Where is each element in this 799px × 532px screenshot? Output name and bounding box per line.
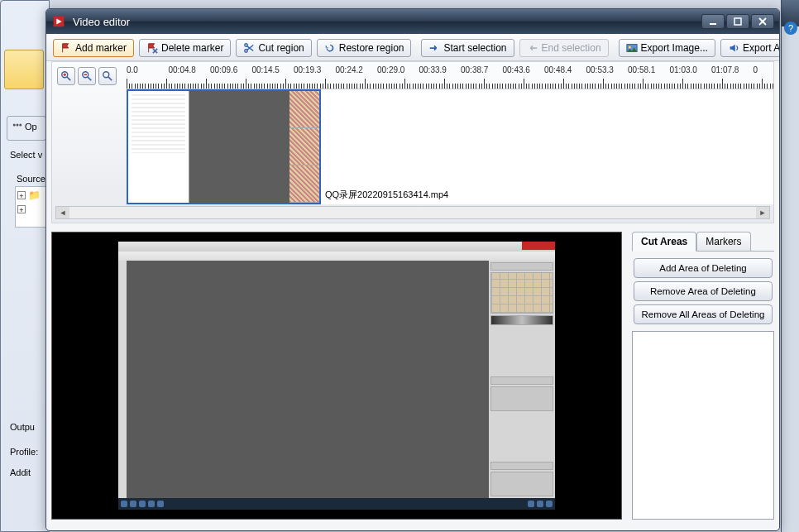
clip-thumbnail-right [289, 91, 319, 203]
ruler-tick-label: 00:14.5 [252, 65, 280, 74]
flag-icon [60, 42, 72, 54]
scissors-icon [243, 42, 255, 54]
flag-x-icon [146, 42, 158, 54]
tab-cut-areas[interactable]: Cut Areas [632, 232, 696, 252]
cut-areas-list[interactable] [632, 331, 774, 520]
remove-area-button[interactable]: Remove Area of Deleting [634, 281, 773, 301]
export-audio-label: Export Audio... [743, 42, 780, 54]
timeline-scrollbar[interactable]: ◄ ► [55, 206, 770, 219]
end-selection-button: End selection [519, 39, 609, 57]
help-icon[interactable]: ? [784, 22, 797, 35]
tab-markers[interactable]: Markers [696, 232, 750, 251]
main-toolbar: Add marker Delete marker Cut region Rest… [46, 34, 779, 61]
ruler-tick-label: 00:58.1 [628, 65, 655, 74]
titlebar[interactable]: Video editor [46, 9, 779, 34]
clip-filename: QQ录屏20220915163414.mp4 [325, 189, 448, 201]
export-image-button[interactable]: Export Image... [619, 39, 715, 57]
side-panel-buttons: Add Area of Deleting Remove Area of Dele… [632, 252, 774, 331]
background-app-thumbnail [4, 50, 44, 89]
ruler-tick-label: 0.0 [127, 65, 138, 74]
lower-area: Cut Areas Markers Add Area of Deleting R… [51, 232, 774, 520]
video-preview-pane[interactable] [51, 232, 622, 520]
svg-point-1 [17, 124, 19, 127]
zoom-out-button[interactable] [78, 67, 96, 85]
ruler-tick-label: 00:19.3 [294, 65, 321, 74]
tab-cut-areas-label: Cut Areas [641, 236, 687, 247]
svg-line-22 [88, 77, 91, 80]
export-audio-button[interactable]: Export Audio... [720, 39, 780, 57]
ruler-tick-label: 00:24.2 [336, 65, 363, 74]
delete-marker-label: Delete marker [161, 42, 223, 54]
restore-region-label: Restore region [339, 42, 404, 54]
svg-rect-6 [734, 18, 741, 25]
svg-point-16 [629, 46, 631, 49]
ruler-tick-label: 00:53.3 [586, 65, 614, 74]
right-side-panel: Cut Areas Markers Add Area of Deleting R… [632, 232, 774, 520]
ruler-tick-label: 00:04.8 [169, 65, 196, 74]
folder-icon: 📁 [28, 189, 40, 201]
ruler-tick-label: 00:09.6 [210, 65, 237, 74]
ruler-tick-label: 00:29.0 [377, 65, 404, 74]
background-source-tree[interactable]: + 📁 + [15, 186, 48, 228]
timeline-area: 0.000:04.800:09.600:14.500:19.300:24.200… [51, 61, 774, 223]
minimize-button[interactable] [701, 14, 725, 29]
zoom-in-button[interactable] [57, 67, 75, 85]
svg-point-24 [103, 72, 109, 78]
background-options-label: Op [25, 122, 37, 132]
video-clip[interactable] [127, 89, 321, 204]
ruler-tick-label: 00:38.7 [461, 65, 488, 74]
maximize-button[interactable] [726, 14, 749, 29]
app-icon [51, 14, 66, 29]
clip-thumbnail-left [128, 91, 189, 203]
start-selection-label: Start selection [443, 42, 506, 54]
restore-region-button[interactable]: Restore region [317, 39, 412, 57]
remove-area-label: Remove Area of Deleting [650, 286, 756, 296]
audio-icon [728, 42, 739, 54]
side-tabs: Cut Areas Markers [632, 232, 774, 252]
export-image-label: Export Image... [641, 42, 708, 54]
preview-frame-content [118, 242, 555, 510]
background-right-window-edge: ? [781, 0, 799, 532]
clip-thumbnail-middle [189, 91, 289, 203]
window-controls [701, 14, 774, 29]
background-output-label: Outpu [10, 422, 35, 432]
ruler-tick-label: 01:07.8 [711, 65, 739, 74]
arrow-right-icon [428, 42, 440, 54]
ruler-tick-label: 01:03.0 [670, 65, 697, 74]
image-icon [626, 42, 638, 54]
background-options-button[interactable]: Op [7, 116, 46, 141]
end-selection-label: End selection [542, 42, 601, 54]
tree-expand-icon[interactable]: + [17, 205, 26, 213]
add-marker-button[interactable]: Add marker [53, 39, 134, 57]
ruler-tick-label: 00:33.9 [419, 65, 447, 74]
background-addit-label: Addit [10, 467, 31, 477]
cut-region-label: Cut region [258, 42, 304, 54]
cut-region-button[interactable]: Cut region [236, 39, 311, 57]
tab-markers-label: Markers [706, 236, 741, 247]
delete-marker-button[interactable]: Delete marker [139, 39, 231, 57]
ruler-ticks [127, 79, 773, 89]
svg-point-0 [13, 124, 16, 127]
tree-expand-icon[interactable]: + [17, 191, 26, 199]
scroll-left-icon[interactable]: ◄ [56, 207, 69, 218]
zoom-reset-button[interactable] [98, 67, 117, 85]
close-button[interactable] [751, 14, 774, 29]
clip-track[interactable]: QQ录屏20220915163414.mp4 [127, 89, 773, 204]
ruler-tick-label: 00:48.4 [544, 65, 572, 74]
svg-line-25 [108, 77, 112, 80]
svg-point-2 [19, 124, 22, 127]
add-area-button[interactable]: Add Area of Deleting [634, 258, 773, 278]
ruler-tick-label: 00:43.6 [503, 65, 530, 74]
background-profile-label: Profile: [10, 447, 38, 457]
start-selection-button[interactable]: Start selection [421, 39, 514, 57]
zoom-controls [57, 67, 117, 85]
window-title: Video editor [73, 16, 701, 28]
arrow-left-icon [527, 42, 538, 54]
timeline-ruler[interactable]: 0.000:04.800:09.600:14.500:19.300:24.200… [127, 65, 773, 89]
svg-line-18 [67, 77, 70, 80]
remove-all-areas-button[interactable]: Remove All Areas of Deleting [634, 304, 773, 324]
background-select-label: Select v [10, 150, 42, 160]
scroll-right-icon[interactable]: ► [756, 207, 769, 218]
video-editor-window: Video editor Add marker Delete marker Cu… [45, 8, 780, 531]
add-marker-label: Add marker [75, 42, 127, 54]
